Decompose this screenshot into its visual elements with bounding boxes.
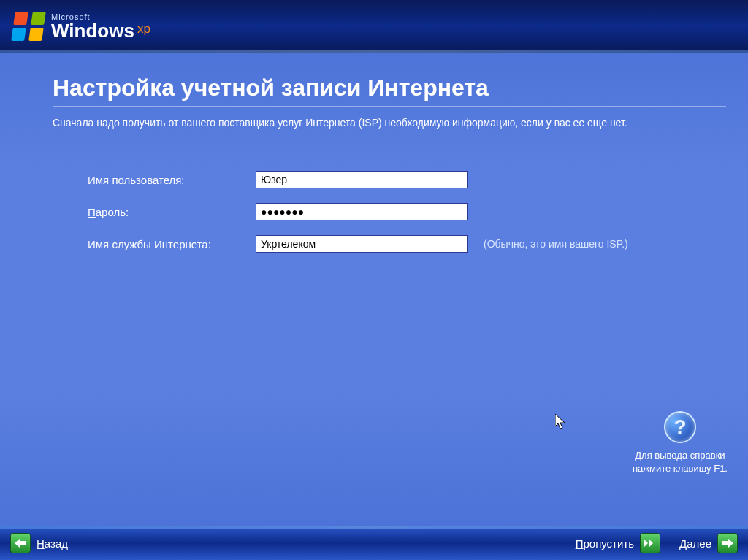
footer-bar: Назад Пропустить Далее [0,526,748,560]
double-arrow-right-icon [640,533,660,553]
back-button[interactable]: Назад [10,533,68,553]
input-password[interactable] [256,203,468,220]
row-isp: Имя службы Интернета: (Обычно, это имя в… [88,228,748,260]
brand-suffix: xp [137,23,150,35]
next-button[interactable]: Далее [679,533,738,553]
skip-button[interactable]: Пропустить [576,533,660,553]
row-password: Пароль: [88,196,748,228]
label-username: Имя пользователя: [88,174,256,186]
arrow-left-icon [10,533,31,553]
label-isp: Имя службы Интернета: [88,238,256,250]
account-form: Имя пользователя: Пароль: Имя службы Инт… [0,129,748,260]
svg-marker-4 [722,538,733,548]
svg-marker-3 [649,539,653,548]
windows-xp-logo: Microsoft Windows xp [13,12,150,41]
input-isp[interactable] [256,235,468,253]
help-hint: ? Для вывода справки нажмите клавишу F1. [633,411,728,475]
content-area: Настройка учетной записи Интернета Снача… [0,53,748,526]
hint-isp: (Обычно, это имя вашего ISP.) [484,238,628,250]
oobe-screen: Microsoft Windows xp Настройка учетной з… [0,0,748,560]
svg-marker-1 [15,538,26,548]
help-line1: Для вывода справки [633,449,728,462]
input-username[interactable] [256,171,468,188]
header-band: Microsoft Windows xp [0,0,748,53]
help-line2: нажмите клавишу F1. [633,462,728,475]
page-subtitle: Сначала надо получить от вашего поставщи… [0,107,748,129]
row-username: Имя пользователя: [88,164,748,196]
arrow-right-icon [717,533,738,553]
page-title: Настройка учетной записи Интернета [0,53,748,106]
svg-marker-0 [555,414,565,429]
label-password: Пароль: [88,206,256,218]
windows-flag-icon [11,12,46,41]
help-icon[interactable]: ? [664,411,696,443]
brand-product: Windows xp [51,21,150,40]
svg-marker-2 [644,539,648,548]
